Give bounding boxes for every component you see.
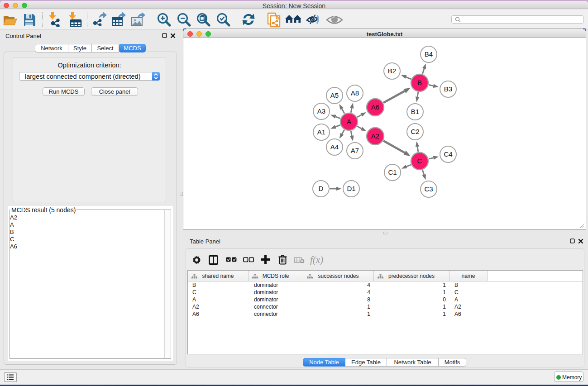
svg-text:B: B bbox=[417, 79, 422, 86]
svg-text:A8: A8 bbox=[351, 89, 359, 97]
svg-text:B1: B1 bbox=[411, 108, 419, 115]
svg-text:B2: B2 bbox=[388, 67, 396, 75]
svg-text:C2: C2 bbox=[411, 128, 419, 135]
svg-text:C: C bbox=[417, 157, 422, 165]
svg-text:B3: B3 bbox=[444, 85, 452, 93]
svg-text:A3: A3 bbox=[317, 107, 325, 115]
svg-text:A5: A5 bbox=[330, 91, 339, 99]
svg-text:C4: C4 bbox=[444, 150, 452, 158]
svg-text:D: D bbox=[319, 185, 324, 192]
svg-text:A1: A1 bbox=[317, 128, 325, 136]
svg-text:A7: A7 bbox=[351, 147, 359, 154]
svg-text:D1: D1 bbox=[347, 185, 355, 192]
svg-text:A: A bbox=[347, 118, 351, 125]
svg-text:A2: A2 bbox=[371, 132, 379, 140]
svg-text:A4: A4 bbox=[330, 143, 339, 151]
svg-text:C1: C1 bbox=[388, 168, 397, 176]
svg-text:C3: C3 bbox=[424, 185, 433, 193]
svg-text:A6: A6 bbox=[371, 103, 379, 111]
svg-text:B4: B4 bbox=[425, 50, 433, 58]
